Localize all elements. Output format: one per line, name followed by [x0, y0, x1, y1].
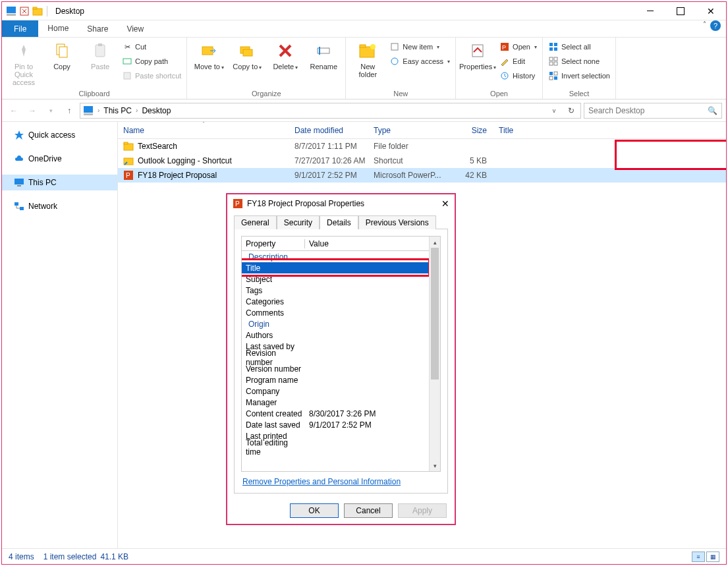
ribbon-group-open: Properties POpen Edit History Open	[456, 38, 543, 99]
network-icon	[14, 201, 24, 212]
property-row[interactable]: Version number	[242, 363, 429, 374]
col-name[interactable]: Name	[118, 126, 289, 135]
properties-dialog: P FY18 Project Proposal Properties ✕ Gen…	[226, 193, 456, 525]
property-row[interactable]: Categories	[242, 296, 429, 307]
paste-button[interactable]: Paste	[84, 40, 117, 71]
svg-rect-34	[554, 76, 557, 80]
view-icons-button[interactable]: ▦	[706, 552, 719, 562]
qat-properties-icon[interactable]	[19, 6, 30, 16]
dropdown-icon[interactable]: v	[547, 107, 561, 114]
easy-access-button[interactable]: Easy access	[389, 55, 450, 68]
breadcrumb[interactable]: › This PC › Desktop v ↻	[80, 103, 581, 119]
maximize-button[interactable]	[665, 2, 696, 20]
svg-rect-6	[59, 47, 67, 57]
nav-onedrive[interactable]: OneDrive	[2, 151, 117, 167]
help-icon[interactable]: ?	[710, 20, 721, 31]
svg-rect-0	[7, 7, 16, 13]
copy-button[interactable]: Copy	[45, 40, 78, 71]
close-icon[interactable]: ✕	[441, 198, 449, 209]
close-button[interactable]: ✕	[696, 2, 726, 20]
property-row[interactable]: Manager	[242, 397, 429, 408]
history-button[interactable]: History	[499, 69, 537, 82]
property-row[interactable]: Tags	[242, 285, 429, 296]
new-item-icon	[389, 42, 400, 52]
scroll-up-button[interactable]: ▴	[430, 237, 440, 248]
rename-button[interactable]: Rename	[307, 40, 340, 71]
tab-file[interactable]: File	[2, 20, 38, 37]
nav-up-button[interactable]: ↑	[61, 103, 77, 119]
select-none-button[interactable]: Select none	[548, 55, 610, 68]
new-folder-button[interactable]: New folder	[351, 40, 384, 78]
move-to-button[interactable]: Move to	[192, 40, 225, 71]
svg-rect-25	[549, 43, 553, 46]
refresh-icon[interactable]: ↻	[565, 106, 578, 115]
scroll-down-button[interactable]: ▾	[430, 460, 440, 471]
svg-rect-9	[123, 59, 131, 64]
property-row[interactable]: Revision number	[242, 352, 429, 363]
tab-security[interactable]: Security	[277, 215, 320, 229]
nav-back-button[interactable]: ←	[6, 103, 22, 119]
address-bar: ← → ▾ ↑ › This PC › Desktop v ↻ Search D…	[2, 99, 726, 122]
nav-quick-access[interactable]: Quick access	[2, 127, 117, 143]
delete-button[interactable]: Delete	[269, 40, 302, 71]
file-row[interactable]: Outlook Logging - Shortcut 7/27/2017 10:…	[118, 154, 726, 168]
col-size[interactable]: Size	[447, 126, 493, 135]
property-row[interactable]: Content created8/30/2017 3:26 PM	[242, 408, 429, 419]
nav-network[interactable]: Network	[2, 198, 117, 214]
nav-forward-button[interactable]: →	[24, 103, 40, 119]
edit-button[interactable]: Edit	[499, 55, 537, 68]
properties-button[interactable]: Properties	[461, 40, 494, 71]
svg-rect-17	[360, 45, 366, 47]
tab-share[interactable]: Share	[78, 20, 117, 37]
property-row[interactable]: Authors	[242, 329, 429, 341]
property-row[interactable]: Program name	[242, 374, 429, 385]
view-details-button[interactable]: ≡	[692, 552, 705, 562]
tab-view[interactable]: View	[117, 20, 153, 37]
search-input[interactable]: Search Desktop 🔍	[584, 103, 722, 119]
col-value[interactable]: Value	[305, 239, 429, 248]
col-title[interactable]: Title	[493, 126, 726, 135]
copy-to-button[interactable]: Copy to	[231, 40, 264, 71]
file-row[interactable]: TextSearch 8/7/2017 1:11 PM File folder	[118, 139, 726, 154]
svg-rect-27	[549, 47, 553, 51]
paste-shortcut-button[interactable]: Paste shortcut	[122, 69, 181, 82]
property-row[interactable]: Total editing time	[242, 441, 429, 453]
minimize-button[interactable]	[635, 2, 665, 20]
collapse-ribbon-icon[interactable]: ˄	[703, 20, 706, 37]
cloud-icon	[14, 154, 24, 164]
open-button[interactable]: POpen	[499, 40, 537, 53]
col-property[interactable]: Property	[242, 239, 305, 248]
select-all-button[interactable]: Select all	[548, 40, 610, 53]
svg-rect-29	[549, 57, 553, 61]
property-row[interactable]: Date last saved9/1/2017 2:52 PM	[242, 419, 429, 430]
ok-button[interactable]: OK	[290, 503, 339, 518]
property-row[interactable]: Comments	[242, 307, 429, 318]
tab-general[interactable]: General	[234, 215, 277, 229]
window-title: Desktop	[55, 7, 84, 16]
tab-previous-versions[interactable]: Previous Versions	[358, 215, 436, 229]
remove-properties-link[interactable]: Remove Properties and Personal Informati…	[241, 472, 441, 486]
tab-details[interactable]: Details	[320, 215, 358, 229]
copy-path-icon	[122, 56, 132, 67]
apply-button[interactable]: Apply	[398, 503, 447, 518]
new-item-button[interactable]: New item	[389, 40, 450, 53]
copy-path-button[interactable]: Copy path	[122, 55, 181, 68]
nav-this-pc[interactable]: This PC	[2, 175, 117, 190]
status-bar: 4 items 1 item selected 41.1 KB ≡ ▦	[2, 548, 726, 564]
nav-recent-button[interactable]: ▾	[43, 103, 59, 119]
pin-quick-access-button[interactable]: Pin to Quick access	[7, 40, 40, 86]
invert-selection-button[interactable]: Invert selection	[548, 69, 610, 82]
col-type[interactable]: Type	[368, 126, 447, 135]
qat-newfolder-icon[interactable]	[32, 6, 43, 16]
scrollbar[interactable]: ▴ ▾	[429, 237, 440, 471]
col-date[interactable]: Date modified	[289, 126, 368, 135]
sort-indicator-icon: ˄	[118, 122, 289, 127]
ribbon-group-select: Select all Select none Invert selection …	[543, 38, 616, 99]
tab-home[interactable]: Home	[38, 20, 78, 37]
folder-icon	[123, 141, 134, 152]
cut-button[interactable]: ✂Cut	[122, 40, 181, 53]
cancel-button[interactable]: Cancel	[344, 503, 393, 518]
property-row[interactable]: Company	[242, 385, 429, 397]
file-row[interactable]: PFY18 Project Proposal 9/1/2017 2:52 PM …	[118, 168, 726, 183]
scroll-thumb[interactable]	[431, 248, 439, 380]
